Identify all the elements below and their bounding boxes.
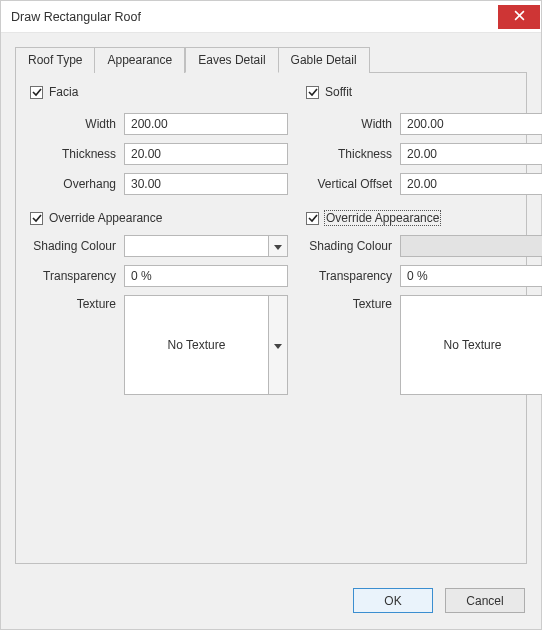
chevron-down-icon	[274, 338, 282, 352]
soffit-texture-combo[interactable]: No Texture	[400, 295, 542, 395]
soffit-texture-label: Texture	[306, 295, 400, 311]
soffit-voffset-label: Vertical Offset	[306, 177, 400, 191]
titlebar: Draw Rectangular Roof	[1, 1, 541, 33]
facia-override-label: Override Appearance	[49, 211, 162, 225]
ok-button[interactable]: OK	[353, 588, 433, 613]
soffit-label: Soffit	[325, 85, 352, 99]
soffit-thickness-label: Thickness	[306, 147, 400, 161]
facia-shading-combo[interactable]	[124, 235, 288, 257]
soffit-voffset-input[interactable]	[400, 173, 542, 195]
soffit-column: Soffit Width Thickness Vertical Offset	[306, 85, 542, 395]
soffit-transparency-input[interactable]	[400, 265, 542, 287]
facia-overhang-input[interactable]	[124, 173, 288, 195]
facia-texture-label: Texture	[30, 295, 124, 311]
tab-eaves-detail[interactable]: Eaves Detail	[185, 47, 278, 73]
facia-shading-dropdown-button[interactable]	[268, 235, 288, 257]
facia-shading-label: Shading Colour	[30, 239, 124, 253]
facia-column: Facia Width Thickness Overhang	[30, 85, 288, 395]
dialog-window: Draw Rectangular Roof Roof Type Appearan…	[0, 0, 542, 630]
facia-label: Facia	[49, 85, 78, 99]
facia-thickness-label: Thickness	[30, 147, 124, 161]
facia-checkbox[interactable]	[30, 86, 43, 99]
facia-overhang-label: Overhang	[30, 177, 124, 191]
cancel-button[interactable]: Cancel	[445, 588, 525, 613]
soffit-width-label: Width	[306, 117, 400, 131]
soffit-thickness-input[interactable]	[400, 143, 542, 165]
facia-shading-swatch	[124, 235, 268, 257]
facia-transparency-input[interactable]	[124, 265, 288, 287]
tab-panel-eaves-detail: Facia Width Thickness Overhang	[15, 72, 527, 564]
close-button[interactable]	[498, 5, 540, 29]
chevron-down-icon	[274, 239, 282, 253]
soffit-shading-label: Shading Colour	[306, 239, 400, 253]
soffit-shading-combo[interactable]	[400, 235, 542, 257]
tab-roof-type[interactable]: Roof Type	[15, 47, 95, 73]
soffit-width-input[interactable]	[400, 113, 542, 135]
facia-transparency-label: Transparency	[30, 269, 124, 283]
facia-texture-combo[interactable]: No Texture	[124, 295, 288, 395]
close-icon	[514, 10, 525, 24]
soffit-checkbox[interactable]	[306, 86, 319, 99]
soffit-transparency-label: Transparency	[306, 269, 400, 283]
tab-gable-detail[interactable]: Gable Detail	[279, 47, 370, 73]
soffit-override-checkbox[interactable]	[306, 212, 319, 225]
dialog-body: Roof Type Appearance Eaves Detail Gable …	[1, 33, 541, 578]
facia-override-checkbox[interactable]	[30, 212, 43, 225]
facia-texture-dropdown-button[interactable]	[268, 295, 288, 395]
facia-width-label: Width	[30, 117, 124, 131]
tab-strip: Roof Type Appearance Eaves Detail Gable …	[15, 47, 527, 72]
facia-texture-value: No Texture	[124, 295, 268, 395]
soffit-override-label: Override Appearance	[325, 211, 440, 225]
facia-thickness-input[interactable]	[124, 143, 288, 165]
tab-appearance[interactable]: Appearance	[95, 47, 185, 73]
facia-width-input[interactable]	[124, 113, 288, 135]
soffit-shading-swatch	[400, 235, 542, 257]
window-title: Draw Rectangular Roof	[1, 10, 141, 24]
soffit-texture-value: No Texture	[400, 295, 542, 395]
button-bar: OK Cancel	[1, 578, 541, 629]
